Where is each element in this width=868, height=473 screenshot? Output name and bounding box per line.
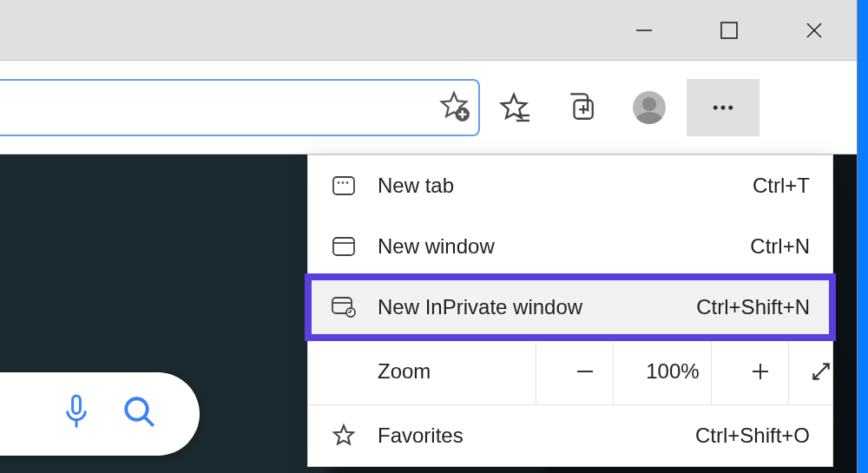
collections-button[interactable]	[548, 79, 615, 136]
maximize-icon	[720, 22, 738, 39]
menu-item-zoom: Zoom 100%	[308, 338, 832, 405]
menu-item-label: New window	[378, 234, 729, 259]
favorites-button[interactable]	[480, 79, 548, 136]
svg-rect-19	[333, 177, 354, 194]
minimize-button[interactable]	[602, 0, 687, 61]
titlebar	[0, 0, 857, 61]
add-favorite-button[interactable]	[438, 90, 470, 125]
menu-item-label: New InPrivate window	[378, 295, 675, 319]
search-icon	[122, 394, 158, 430]
star-list-icon	[498, 92, 529, 123]
collections-icon	[567, 93, 596, 122]
voice-search-button[interactable]	[61, 393, 92, 435]
new-tab-icon	[331, 176, 357, 195]
toolbar	[0, 61, 857, 154]
svg-line-18	[144, 417, 154, 426]
svg-rect-15	[73, 396, 81, 414]
search-box[interactable]	[0, 372, 200, 456]
svg-point-21	[342, 181, 345, 184]
more-button[interactable]	[687, 79, 760, 136]
fullscreen-icon	[810, 360, 832, 383]
svg-point-12	[713, 105, 718, 109]
close-button[interactable]	[772, 0, 857, 61]
svg-rect-23	[333, 238, 354, 255]
menu-item-label: Favorites	[378, 424, 674, 448]
svg-point-17	[126, 398, 148, 420]
maximize-button[interactable]	[687, 0, 772, 61]
svg-point-20	[338, 181, 340, 184]
profile-button[interactable]	[615, 79, 683, 136]
fullscreen-button[interactable]	[810, 338, 832, 404]
close-icon	[805, 21, 824, 40]
svg-rect-1	[721, 23, 737, 38]
ellipsis-icon	[710, 95, 736, 121]
search-button[interactable]	[122, 394, 158, 434]
menu-item-label: New tab	[378, 174, 732, 198]
plus-icon	[751, 362, 770, 381]
browser-window: New tab Ctrl+T New window Ctrl+N New InP…	[0, 0, 858, 473]
new-window-icon	[331, 237, 357, 256]
svg-point-14	[728, 105, 733, 109]
menu-item-accel: Ctrl+T	[753, 174, 810, 198]
svg-point-22	[346, 181, 349, 184]
menu-item-accel: Ctrl+Shift+N	[696, 295, 810, 319]
svg-point-13	[721, 105, 726, 109]
menu-item-new-tab[interactable]: New tab Ctrl+T	[308, 155, 832, 216]
minimize-icon	[635, 21, 654, 40]
zoom-out-button[interactable]	[557, 338, 614, 404]
avatar-icon	[633, 91, 666, 124]
zoom-in-button[interactable]	[733, 338, 789, 404]
address-bar[interactable]	[0, 79, 480, 136]
star-add-icon	[438, 90, 470, 122]
menu-item-accel: Ctrl+Shift+O	[695, 424, 810, 448]
menu-item-inprivate[interactable]: New InPrivate window Ctrl+Shift+N	[308, 277, 832, 338]
menu-item-accel: Ctrl+N	[750, 234, 810, 259]
menu-item-new-window[interactable]: New window Ctrl+N	[308, 216, 832, 277]
zoom-value: 100%	[635, 338, 713, 404]
menu-item-favorites[interactable]: Favorites Ctrl+Shift+O	[308, 405, 832, 466]
settings-menu: New tab Ctrl+T New window Ctrl+N New InP…	[307, 154, 833, 467]
microphone-icon	[61, 393, 92, 431]
inprivate-icon	[331, 297, 357, 318]
star-icon	[331, 424, 357, 448]
zoom-label: Zoom	[378, 359, 536, 384]
minus-icon	[575, 362, 595, 381]
